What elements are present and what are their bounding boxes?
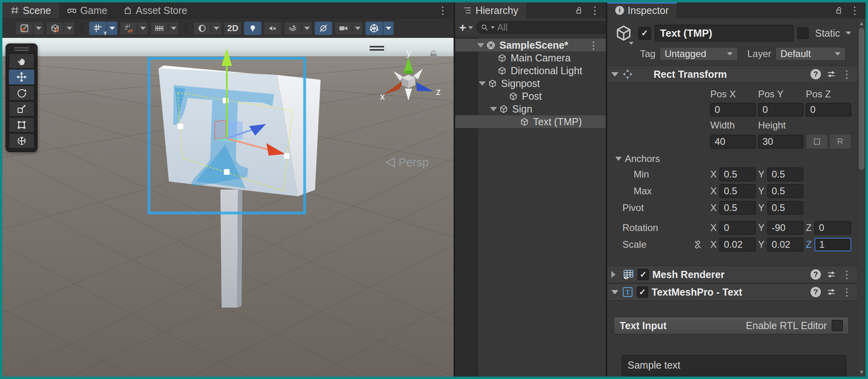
help-icon[interactable]: ?	[811, 269, 821, 280]
icon-picker-caret[interactable]	[629, 42, 634, 45]
rtl-checkbox[interactable]	[832, 320, 843, 331]
scene-viewport[interactable]: y x z Persp	[2, 38, 454, 377]
text-input-section-bar[interactable]: Text Input Enable RTL Editor	[614, 317, 849, 334]
mesh-renderer-header[interactable]: ✓ Mesh Renderer ? ⋮	[607, 266, 858, 283]
static-checkbox[interactable]	[797, 28, 809, 39]
audio-mute-button[interactable]	[264, 22, 281, 35]
lock-icon[interactable]	[575, 6, 583, 15]
pos-x-field[interactable]	[710, 103, 756, 116]
gizmos-dropdown[interactable]	[383, 22, 394, 35]
foldout-expanded-icon[interactable]	[490, 107, 497, 111]
rect-handle-bottom[interactable]	[224, 169, 230, 175]
help-icon[interactable]: ?	[811, 69, 821, 79]
tmp-enabled-checkbox[interactable]: ✓	[637, 286, 648, 298]
foldout-collapsed-icon[interactable]	[611, 271, 619, 278]
hierarchy-menu-icon[interactable]: ⋮	[590, 5, 600, 16]
view-tool-button[interactable]	[9, 53, 34, 69]
scrollbar-up-icon[interactable]: ▲	[858, 19, 866, 27]
hierarchy-row-sign[interactable]: Sign	[455, 103, 606, 115]
textmeshpro-header[interactable]: T ✓ TextMeshPro - Text ? ⋮	[607, 283, 858, 301]
text-input-textarea[interactable]: Sample text	[622, 355, 846, 377]
tab-game[interactable]: Game	[59, 2, 115, 18]
gameobject-cube-icon[interactable]	[613, 24, 634, 42]
scale-tool-button[interactable]	[9, 101, 34, 116]
rotation-z-field[interactable]	[814, 221, 851, 235]
active-checkbox[interactable]: ✓	[638, 27, 651, 39]
tab-hierarchy[interactable]: Hierarchy	[455, 2, 526, 18]
scene-row-menu-icon[interactable]: ⋮	[589, 39, 598, 51]
inspector-scrollbar[interactable]: ▲ ▼	[857, 18, 866, 377]
foldout-expanded-icon[interactable]	[477, 43, 484, 47]
camera-settings-dropdown[interactable]	[352, 22, 363, 35]
move-tool-button[interactable]	[9, 69, 34, 85]
grid-visibility-dropdown[interactable]	[107, 22, 117, 35]
pivot-x-field[interactable]	[719, 201, 756, 215]
scale-x-field[interactable]	[719, 238, 756, 251]
pos-y-field[interactable]	[758, 103, 804, 116]
tag-dropdown[interactable]: Untagged	[660, 47, 738, 61]
scene-lighting-button[interactable]	[244, 22, 262, 35]
presets-icon[interactable]	[826, 270, 836, 279]
create-object-button[interactable]: +	[459, 22, 473, 34]
signpost-post[interactable]	[220, 190, 242, 308]
pos-z-field[interactable]	[806, 103, 851, 116]
component-menu-icon[interactable]: ⋮	[842, 287, 852, 297]
scene-viewport-canvas[interactable]: y x z Persp	[2, 38, 454, 377]
foldout-expanded-icon[interactable]	[611, 290, 618, 294]
hierarchy-row-main-camera[interactable]: Main Camera	[455, 51, 606, 64]
tab-asset-store[interactable]: Asset Store	[115, 2, 195, 18]
object-name-field[interactable]	[655, 25, 793, 41]
tools-overlay-drag-handle[interactable]	[9, 46, 34, 52]
hierarchy-row-scene[interactable]: SampleScene* ⋮	[455, 39, 606, 51]
snap-increment-button[interactable]	[151, 22, 168, 35]
rect-transform-header[interactable]: Rect Transform ? ⋮	[607, 65, 858, 83]
width-field[interactable]	[710, 135, 756, 148]
grid-snapping-button[interactable]	[120, 22, 137, 35]
lock-icon[interactable]	[834, 6, 843, 15]
rotate-tool-button[interactable]	[9, 85, 34, 101]
anchor-min-y-field[interactable]	[767, 168, 804, 181]
pivot-y-field[interactable]	[767, 201, 804, 215]
tool-handle-rotation-dropdown[interactable]	[64, 22, 75, 35]
effects-visibility-dropdown[interactable]	[301, 22, 312, 35]
mesh-renderer-enabled-checkbox[interactable]: ✓	[638, 269, 649, 280]
help-icon[interactable]: ?	[811, 287, 821, 297]
hierarchy-row-directional-light[interactable]: Directional Light	[455, 64, 606, 77]
shading-mode-button[interactable]	[193, 22, 211, 35]
scrollbar-down-icon[interactable]: ▼	[858, 368, 866, 376]
effects-visibility-button[interactable]	[284, 22, 301, 35]
gizmos-button[interactable]	[365, 22, 383, 35]
rect-tool-button[interactable]	[9, 117, 34, 132]
hierarchy-search-input[interactable]	[497, 22, 606, 34]
rotation-x-field[interactable]	[719, 221, 756, 235]
hierarchy-row-text-tmp[interactable]: Text (TMP)	[455, 115, 606, 128]
tool-handle-rotation-button[interactable]	[46, 22, 64, 35]
hidden-objects-button[interactable]	[315, 22, 332, 35]
tool-handle-position-button[interactable]	[16, 22, 33, 35]
scale-z-field[interactable]	[814, 238, 851, 251]
anchors-foldout-icon[interactable]	[615, 157, 622, 161]
component-menu-icon[interactable]: ⋮	[842, 269, 852, 280]
height-field[interactable]	[758, 135, 804, 148]
tab-inspector[interactable]: i Inspector	[607, 2, 677, 18]
rect-handle-left[interactable]	[178, 124, 183, 129]
inspector-menu-icon[interactable]: ⋮	[850, 5, 860, 16]
grid-visibility-button[interactable]: Y	[89, 22, 107, 35]
transform-tool-button[interactable]	[9, 133, 34, 148]
layer-dropdown[interactable]: Default	[775, 47, 846, 61]
tool-handle-position-dropdown[interactable]	[33, 22, 44, 35]
grid-snapping-dropdown[interactable]	[137, 22, 148, 35]
constrain-proportions-icon[interactable]	[693, 240, 702, 249]
static-dropdown-icon[interactable]	[846, 32, 851, 35]
anchor-max-y-field[interactable]	[767, 184, 804, 198]
hierarchy-row-post[interactable]: Post	[455, 90, 606, 103]
hierarchy-search[interactable]	[476, 21, 606, 34]
2d-view-button[interactable]: 2D	[224, 22, 242, 35]
tab-scene[interactable]: Scene	[2, 2, 59, 18]
raw-edit-mode-button[interactable]: R	[829, 134, 851, 149]
scene-panel-menu-icon[interactable]: ⋮	[438, 5, 448, 16]
blueprint-mode-button[interactable]	[806, 134, 828, 149]
component-menu-icon[interactable]: ⋮	[842, 69, 852, 79]
rect-handle-right[interactable]	[284, 153, 289, 159]
presets-icon[interactable]	[826, 287, 836, 297]
